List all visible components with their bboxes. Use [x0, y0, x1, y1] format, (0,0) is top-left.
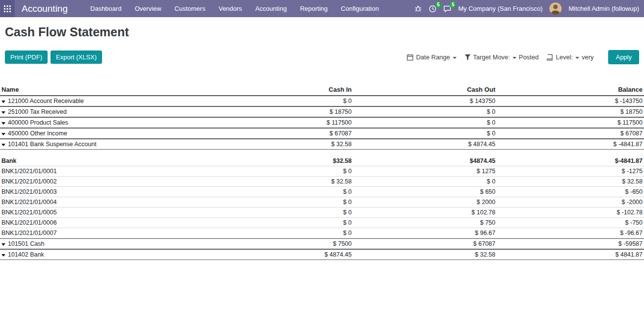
main-menu: DashboardOverviewCustomersVendorsAccount… [90, 5, 379, 12]
table-body: 121000 Account Receivable $ 0 $ 143750 $… [0, 96, 644, 260]
row-name: BNK1/2021/01/0001 [1, 168, 57, 175]
table-row[interactable]: BNK1/2021/01/0002 $ 32.58 $ 0 $ 32.58 [0, 177, 644, 187]
menu-item[interactable]: Accounting [255, 5, 286, 12]
row-name: BNK1/2021/01/0007 [1, 230, 57, 236]
row-name: 101401 Bank Suspense Account [8, 141, 97, 148]
date-range-label: Date Range [416, 53, 450, 61]
row-cash-in: $ 7500 [213, 238, 353, 249]
apply-button[interactable]: Apply [608, 50, 639, 64]
table-row[interactable]: BNK1/2021/01/0005 $ 0 $ 102.78 $ -102.78 [0, 207, 644, 218]
table-row[interactable]: 101501 Cash $ 7500 $ 67087 $ -59587 [0, 238, 644, 249]
caret-down-icon[interactable] [1, 243, 5, 246]
row-name: BNK1/2021/01/0005 [1, 209, 57, 216]
row-name: BNK1/2021/01/0002 [1, 178, 57, 185]
table-row[interactable]: 251000 Tax Received $ 18750 $ 0 $ 18750 [0, 106, 644, 117]
row-cash-in: $ 0 [213, 218, 353, 228]
table-row[interactable]: Bank $32.58 $4874.45 $-4841.87 [0, 150, 644, 166]
level-filter[interactable]: Level: very [546, 53, 593, 61]
row-name-cell: 121000 Account Receivable [0, 96, 213, 106]
row-cash-in: $ 18750 [213, 106, 353, 117]
row-name: 450000 Other Income [8, 130, 67, 137]
row-balance: $ -750 [497, 218, 644, 228]
menu-item[interactable]: Configuration [341, 5, 379, 12]
table-row[interactable]: BNK1/2021/01/0003 $ 0 $ 650 $ -650 [0, 187, 644, 197]
caret-down-icon[interactable] [1, 111, 5, 114]
funnel-icon [464, 54, 471, 60]
export-buttons: Print (PDF) Export (XLSX) [5, 51, 102, 64]
book-icon [546, 54, 553, 61]
row-cash-out: $ 4874.45 [353, 139, 497, 150]
caret-down-icon[interactable] [1, 133, 5, 135]
bug-icon [414, 5, 422, 12]
menu-item[interactable]: Overview [135, 5, 161, 12]
row-cash-out: $ 32.58 [353, 249, 497, 260]
row-name-cell: BNK1/2021/01/0003 [0, 187, 213, 197]
row-cash-in: $ 0 [213, 197, 353, 207]
row-balance: $ -143750 [497, 96, 644, 106]
row-balance: $ -650 [497, 187, 644, 197]
messages-menu[interactable]: 5 [443, 5, 451, 13]
user-photo-icon [549, 2, 562, 15]
row-cash-in: $ 0 [213, 207, 353, 218]
menu-item[interactable]: Dashboard [90, 5, 122, 12]
table-row[interactable]: BNK1/2021/01/0007 $ 0 $ 96.67 $ -96.67 [0, 228, 644, 238]
row-cash-in: $ 32.58 [213, 177, 353, 187]
table-row[interactable]: 101402 Bank $ 4874.45 $ 32.58 $ 4841.87 [0, 249, 644, 260]
row-cash-out: $ 0 [353, 106, 497, 117]
caret-down-icon[interactable] [1, 101, 5, 103]
activities-menu[interactable]: 5 [429, 5, 437, 13]
row-name-cell: BNK1/2021/01/0007 [0, 228, 213, 238]
row-cash-in: $ 67087 [213, 128, 353, 139]
table-row[interactable]: BNK1/2021/01/0004 $ 0 $ 2000 $ -2000 [0, 197, 644, 207]
level-label: Level: [556, 53, 573, 61]
row-balance: $ 32.58 [497, 177, 644, 187]
caret-down-icon[interactable] [1, 144, 5, 146]
row-name: BNK1/2021/01/0004 [1, 199, 57, 206]
table-row[interactable]: BNK1/2021/01/0006 $ 0 $ 750 $ -750 [0, 218, 644, 228]
table-row[interactable]: 101401 Bank Suspense Account $ 32.58 $ 4… [0, 139, 644, 150]
target-move-value: Posted [519, 53, 539, 61]
col-header-balance: Balance [497, 84, 644, 96]
chevron-down-icon [453, 57, 457, 59]
caret-down-icon[interactable] [1, 254, 5, 257]
content-area: Cash Flow Statement Print (PDF) Export (… [0, 25, 644, 260]
row-name: 251000 Tax Received [8, 108, 67, 115]
row-cash-in: $ 0 [213, 166, 353, 177]
app-brand[interactable]: Accounting [22, 3, 68, 14]
row-cash-in: $ 4874.45 [213, 249, 353, 260]
row-cash-out: $ 650 [353, 187, 497, 197]
table-row[interactable]: 450000 Other Income $ 67087 $ 0 $ 67087 [0, 128, 644, 139]
row-name-cell: BNK1/2021/01/0001 [0, 166, 213, 177]
menu-item[interactable]: Customers [175, 5, 206, 12]
table-row[interactable]: BNK1/2021/01/0001 $ 0 $ 1275 $ -1275 [0, 166, 644, 177]
row-cash-out: $ 0 [353, 128, 497, 139]
user-menu[interactable]: Mitchell Admin (followup) [568, 5, 639, 12]
table-row[interactable]: 121000 Account Receivable $ 0 $ 143750 $… [0, 96, 644, 106]
filters-bar: Date Range Target Move: Posted Level: ve… [407, 50, 639, 64]
apps-menu-button[interactable] [0, 0, 15, 17]
apps-grid-icon [4, 5, 11, 12]
col-header-name: Name [0, 84, 213, 96]
row-name: BNK1/2021/01/0003 [1, 188, 57, 195]
activities-badge: 5 [435, 1, 442, 8]
row-name-cell: Bank [0, 150, 213, 166]
caret-down-icon[interactable] [1, 122, 5, 125]
target-move-filter[interactable]: Target Move: Posted [464, 53, 539, 61]
top-navbar: Accounting DashboardOverviewCustomersVen… [0, 0, 644, 17]
row-name-cell: 251000 Tax Received [0, 106, 213, 117]
print-pdf-button[interactable]: Print (PDF) [5, 51, 48, 64]
row-cash-in: $ 0 [213, 228, 353, 238]
company-switcher[interactable]: My Company (San Francisco) [458, 5, 542, 12]
row-balance: $ -102.78 [497, 207, 644, 218]
table-row[interactable]: 400000 Product Sales $ 117500 $ 0 $ 1175… [0, 117, 644, 128]
col-header-cash-in: Cash In [213, 84, 353, 96]
date-range-filter[interactable]: Date Range [407, 53, 456, 61]
menu-item[interactable]: Vendors [219, 5, 242, 12]
export-xlsx-button[interactable]: Export (XLSX) [51, 51, 102, 64]
row-cash-out: $ 0 [353, 117, 497, 128]
avatar[interactable] [549, 2, 562, 15]
menu-item[interactable]: Reporting [300, 5, 328, 12]
row-balance: $ 4841.87 [497, 249, 644, 260]
debug-bug-icon[interactable] [414, 5, 422, 12]
calendar-icon [407, 54, 413, 61]
